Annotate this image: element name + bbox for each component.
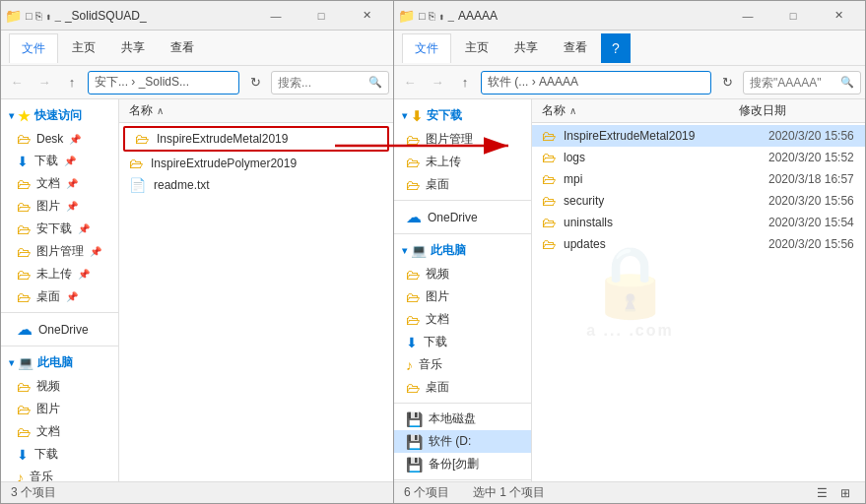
right-search-icon: 🔍: [840, 76, 854, 89]
right-music-label: 音乐: [419, 356, 442, 373]
left-thispc-icon: 💻: [18, 355, 33, 370]
left-thispc-header[interactable]: ▾ 💻 此电脑: [1, 350, 118, 375]
left-col-name-header[interactable]: 名称 ∧: [129, 102, 383, 119]
left-address-field[interactable]: 安下... › _SolidS...: [88, 71, 239, 94]
left-nav-dl2[interactable]: ⬇ 下载: [1, 443, 118, 466]
left-forward-button[interactable]: →: [33, 71, 56, 94]
right-nav-doc[interactable]: 🗁 文档: [394, 308, 531, 331]
left-up-button[interactable]: ↑: [60, 71, 84, 94]
left-nav-doc2[interactable]: 🗁 文档: [1, 420, 118, 443]
right-address-field[interactable]: 软件 (... › AAAAA: [481, 71, 711, 94]
right-search-field[interactable]: 🔍: [743, 71, 861, 94]
right-col-date-header[interactable]: 修改日期: [739, 102, 855, 119]
left-nav-desktop[interactable]: 🗁 桌面 📌: [1, 285, 118, 308]
left-download-pin-icon: 📌: [64, 156, 76, 166]
right-andownload-header[interactable]: ▾ ⬇ 安下载: [394, 103, 531, 128]
right-view-details-button[interactable]: ☰: [812, 483, 832, 503]
left-tab-file[interactable]: 文件: [9, 33, 58, 63]
right-mpi-filename: mpi: [564, 172, 761, 186]
right-tab-home[interactable]: 主页: [453, 33, 500, 62]
right-updates-folder-icon: 🗁: [542, 236, 556, 252]
left-maximize-button[interactable]: □: [299, 1, 344, 31]
right-thispc-toggle: ▾: [402, 245, 407, 256]
right-minimize-button[interactable]: —: [725, 1, 770, 31]
right-software-label: 软件 (D:: [429, 433, 471, 450]
right-nav-desktop2[interactable]: 🗁 桌面: [394, 376, 531, 399]
right-back-button[interactable]: ←: [398, 71, 422, 94]
left-close-button[interactable]: ✕: [344, 1, 389, 31]
right-nav-unsync[interactable]: 🗁 未上传: [394, 151, 531, 173]
right-nav-backup[interactable]: 💾 备份[勿删: [394, 453, 531, 475]
right-file-item-metal[interactable]: 🗁 InspireExtrudeMetal2019 2020/3/20 15:5…: [532, 125, 865, 147]
left-quick-access-label: 快速访问: [34, 107, 82, 124]
right-status-selected: 选中 1 个项目: [473, 484, 545, 501]
right-up-button[interactable]: ↑: [453, 71, 477, 94]
left-nav-desk[interactable]: 🗁 Desk 📌: [1, 128, 118, 150]
left-search-field[interactable]: 🔍: [271, 71, 389, 94]
left-unsync-label: 未上传: [36, 266, 72, 283]
left-nav-picmgr[interactable]: 🗁 图片管理 📌: [1, 240, 118, 263]
right-thispc-header[interactable]: ▾ 💻 此电脑: [394, 238, 531, 263]
left-file-item-polymer[interactable]: 🗁 InspireExtrudePolymer2019: [119, 153, 393, 174]
right-nav-software[interactable]: 💾 软件 (D:: [394, 430, 531, 453]
right-divider-2: [394, 233, 531, 234]
right-help-button[interactable]: ?: [601, 33, 631, 63]
right-metal-date: 2020/3/20 15:56: [768, 129, 855, 143]
right-refresh-button[interactable]: ↻: [715, 71, 739, 94]
right-maximize-button[interactable]: □: [770, 1, 816, 31]
right-nav-desktop[interactable]: 🗁 桌面: [394, 173, 531, 196]
right-file-item-security[interactable]: 🗁 security 2020/3/20 15:56: [532, 190, 865, 212]
right-forward-button[interactable]: →: [426, 71, 449, 94]
left-minimize-button[interactable]: —: [253, 1, 299, 31]
left-nav-download[interactable]: ⬇ 下载 📌: [1, 150, 118, 172]
left-doc-label: 文档: [36, 175, 60, 192]
right-file-item-uninstalls[interactable]: 🗁 uninstalls 2020/3/20 15:54: [532, 212, 865, 233]
right-window-icon: 📁: [398, 8, 415, 24]
right-nav-pic[interactable]: 🗁 图片: [394, 285, 531, 308]
right-pic-icon: 🗁: [406, 289, 420, 305]
left-quick-access-header[interactable]: ▾ ★ 快速访问: [1, 103, 118, 128]
left-nav-video[interactable]: 🗁 视频: [1, 375, 118, 398]
left-unsync-folder-icon: 🗁: [17, 267, 31, 283]
right-nav-dl[interactable]: ⬇ 下载: [394, 331, 531, 353]
left-file-item-metal[interactable]: 🗁 InspireExtrudeMetal2019: [123, 126, 389, 152]
right-file-item-logs[interactable]: 🗁 logs 2020/3/20 15:52: [532, 147, 865, 168]
left-nav-andownload[interactable]: 🗁 安下载 📌: [1, 218, 118, 240]
left-search-input[interactable]: [278, 76, 368, 90]
left-divider-1: [1, 312, 118, 313]
left-nav-music[interactable]: ♪ 音乐: [1, 466, 118, 481]
left-tab-view[interactable]: 查看: [159, 33, 206, 62]
left-window-icon: 📁: [5, 8, 22, 24]
right-search-input[interactable]: [750, 76, 840, 90]
right-file-item-updates[interactable]: 🗁 updates 2020/3/20 15:56: [532, 233, 865, 255]
right-view-large-button[interactable]: ⊞: [835, 483, 855, 503]
right-tab-file[interactable]: 文件: [402, 33, 451, 63]
right-tab-view[interactable]: 查看: [552, 33, 599, 62]
left-col-name-label: 名称: [129, 102, 153, 119]
right-close-button[interactable]: ✕: [816, 1, 861, 31]
left-nav-onedrive[interactable]: ☁ OneDrive: [1, 317, 118, 342]
right-nav-localdisk[interactable]: 💾 本地磁盘: [394, 408, 531, 430]
right-nav-picmgr[interactable]: 🗁 图片管理: [394, 128, 531, 151]
right-nav-music[interactable]: ♪ 音乐: [394, 353, 531, 376]
right-file-item-mpi[interactable]: 🗁 mpi 2020/3/18 16:57: [532, 168, 865, 190]
left-tab-share[interactable]: 共享: [109, 33, 157, 62]
left-nav-unsync[interactable]: 🗁 未上传 📌: [1, 263, 118, 285]
left-nav-doc[interactable]: 🗁 文档 📌: [1, 172, 118, 195]
right-col-name-header[interactable]: 名称 ∧: [542, 102, 739, 119]
right-andownload-icon: ⬇: [411, 108, 423, 124]
left-tab-home[interactable]: 主页: [60, 33, 107, 62]
left-back-button[interactable]: ←: [5, 71, 29, 94]
right-tab-share[interactable]: 共享: [502, 33, 550, 62]
right-nav-onedrive[interactable]: ☁ OneDrive: [394, 205, 531, 229]
left-refresh-button[interactable]: ↻: [243, 71, 267, 94]
right-onedrive-label: OneDrive: [428, 211, 478, 224]
right-divider-1: [394, 200, 531, 201]
right-unsync-icon: 🗁: [406, 155, 420, 170]
left-nav-pic2[interactable]: 🗁 图片: [1, 398, 118, 420]
left-thispc-section: ▾ 💻 此电脑 🗁 视频 🗁 图片 🗁 文档: [1, 350, 118, 481]
right-nav-video[interactable]: 🗁 视频: [394, 263, 531, 285]
left-nav-picture[interactable]: 🗁 图片 📌: [1, 195, 118, 218]
right-desktop2-label: 桌面: [426, 379, 449, 396]
left-file-item-readme[interactable]: 📄 readme.txt: [119, 174, 393, 196]
